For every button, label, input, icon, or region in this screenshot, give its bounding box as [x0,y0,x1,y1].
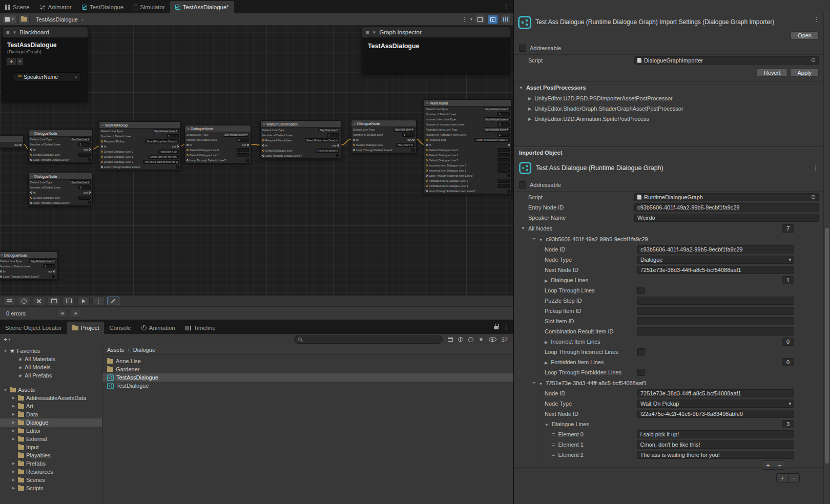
input-port-icon[interactable] [30,149,32,151]
node-field-value[interactable]: Weed (Pickup Item Data) [305,138,339,142]
input-port-icon[interactable] [0,270,2,272]
node-field-value[interactable] [78,196,91,200]
graph-node[interactable]: ≡ WaitOnPickup Default Line Type Say Mul… [99,121,181,170]
tree-row[interactable]: ▶ Data [0,410,102,418]
script-object-field[interactable]: RuntimeDialogueGraph ⊙ [634,193,819,201]
addressable-checkbox[interactable] [519,45,526,52]
node-field-value[interactable]: I said pick it up! [158,150,179,154]
node-title-bar[interactable]: ≡ DialogueNode [185,125,251,132]
tree-row[interactable]: ▶ Editor [0,427,102,435]
foldout-arrow-icon[interactable]: ▶ [11,478,16,482]
node-title-bar[interactable]: ≡ WaitOnSlot [424,100,511,107]
foldout-arrow-icon[interactable]: ▶ [11,429,16,433]
node-field-value[interactable]: 2 [497,122,510,127]
node-field-value[interactable]: 2 [237,138,249,142]
drag-handle-icon[interactable] [532,236,535,242]
addressable-checkbox[interactable] [519,181,526,188]
text-field[interactable]: 7251e73e-38d3-44ff-a8c5-bcf54088aaf1 [637,266,794,274]
array-size-field[interactable]: 0 [782,358,794,366]
speaker-name-field[interactable]: Weirdo [634,214,819,222]
play-button[interactable] [77,297,90,305]
node-dropdown[interactable]: Say Multiple Lines▾ [223,133,249,137]
graph-inspector-toggle-button[interactable] [501,15,511,24]
breadcrumb-root[interactable]: Assets [107,347,124,353]
package-icon[interactable] [448,338,453,342]
output-port-icon[interactable] [89,149,91,151]
output-port-icon[interactable] [177,145,179,148]
node-field-value[interactable]: Cmon, don't be like this! [149,155,179,159]
dock-tab[interactable]: Animation [136,322,180,334]
node-field-value[interactable] [497,184,510,188]
graph-node[interactable]: ≡ DialogueNode Default Line Type Say Mul… [184,125,251,163]
tree-row[interactable]: All Prefabs [0,371,102,380]
input-port-icon[interactable] [426,190,428,192]
asset-row[interactable]: Gardener [102,365,513,373]
text-field[interactable]: I said pick it up! [637,430,794,438]
output-port-icon[interactable] [19,144,22,146]
inspector-button[interactable] [18,297,30,305]
hamburger-icon[interactable]: ≡ [6,29,9,35]
input-port-icon[interactable] [262,144,264,146]
node-checkbox[interactable] [507,190,510,193]
favorites-filter-icon[interactable]: ★ [479,336,484,343]
foldout-arrow-icon[interactable] [545,277,548,283]
tree-row[interactable]: All Materials [0,355,102,363]
node-checkbox[interactable] [411,149,414,152]
input-port-icon[interactable] [30,192,32,194]
node-checkbox[interactable] [88,158,91,161]
input-port-icon[interactable] [426,164,428,166]
more-button[interactable]: ⋮ [92,297,105,305]
next-error-button[interactable]: ▶ [71,309,82,318]
text-field[interactable] [637,327,794,335]
scrollbar-thumb[interactable] [825,228,829,464]
checkbox[interactable] [637,369,645,376]
foldout-arrow-icon[interactable]: ▶ [11,437,16,441]
node-checkbox[interactable] [246,159,249,162]
text-field[interactable]: f22a475e-4c2f-41c6-9b73-6a83498abfe0 [637,410,794,418]
input-port-icon[interactable] [30,202,32,204]
node-group-header[interactable]: c93b5606-401f-49a2-99b5-9ecbf1fa9c29 [514,234,824,244]
text-field[interactable]: 7251e73e-38d3-44ff-a8c5-bcf54088aaf1 [637,389,794,397]
node-title-bar[interactable]: ≡ StartNode [0,136,23,142]
node-field-value[interactable] [497,179,510,183]
node-dropdown[interactable]: Say Multiple Lines▾ [484,117,510,121]
dock-tab[interactable]: Timeline [180,322,221,334]
window-button[interactable] [48,297,60,305]
add-property-button[interactable]: + [6,57,16,66]
foldout-arrow-icon[interactable]: ▼ [3,388,8,392]
editor-tab[interactable]: TestDialogue [77,1,129,13]
kebab-menu-icon[interactable]: ⋮ [503,323,509,330]
editor-tab[interactable]: Animator [35,1,77,13]
node-field-value[interactable] [78,153,91,157]
postprocessor-item[interactable]: ▶ UnityEditor.U2D.Animation.SpritePostPr… [514,114,824,124]
input-port-icon[interactable] [30,197,32,199]
node-dropdown[interactable]: Say One Line▾ [318,128,339,132]
search-input[interactable] [294,335,443,344]
layout-button[interactable] [63,297,75,305]
input-port-icon[interactable] [426,170,428,172]
collapse-arrow-icon[interactable]: ▼ [372,30,376,35]
script-object-field[interactable]: DialogueGraphImporter ⊙ [634,56,819,65]
drag-handle-icon[interactable] [552,442,555,448]
tree-row[interactable]: ▶ Resources [0,468,102,476]
blackboard-toggle-button[interactable] [488,15,498,24]
output-port-icon[interactable] [337,144,339,146]
hamburger-icon[interactable]: ≡ [366,29,369,35]
drag-handle-icon[interactable] [532,380,535,386]
previous-error-button[interactable]: ◀ [56,309,68,318]
tree-row[interactable]: ▶ AddressableAssetsData [0,394,102,402]
node-group-header[interactable]: 7251e73e-38d3-44ff-a8c5-bcf54088aaf1 [514,378,824,388]
input-port-icon[interactable] [186,154,189,156]
input-port-icon[interactable] [353,139,355,141]
input-port-icon[interactable] [426,175,428,177]
foldout-arrow-icon[interactable] [545,339,548,345]
asset-row[interactable]: TestDialogue [102,382,513,390]
input-port-icon[interactable] [426,159,428,161]
array-size-field[interactable]: 3 [782,420,794,428]
foldout-arrow-icon[interactable]: ▶ [11,412,16,416]
input-port-icon[interactable] [101,161,103,163]
drag-handle-icon[interactable] [552,431,555,437]
text-field[interactable]: c93b5606-401f-49a2-99b5-9ecbf1fa9c29 [637,245,794,254]
editor-tab[interactable]: TestAssDialogue* [170,1,234,13]
tree-row[interactable]: ▶ Scenes [0,476,102,484]
